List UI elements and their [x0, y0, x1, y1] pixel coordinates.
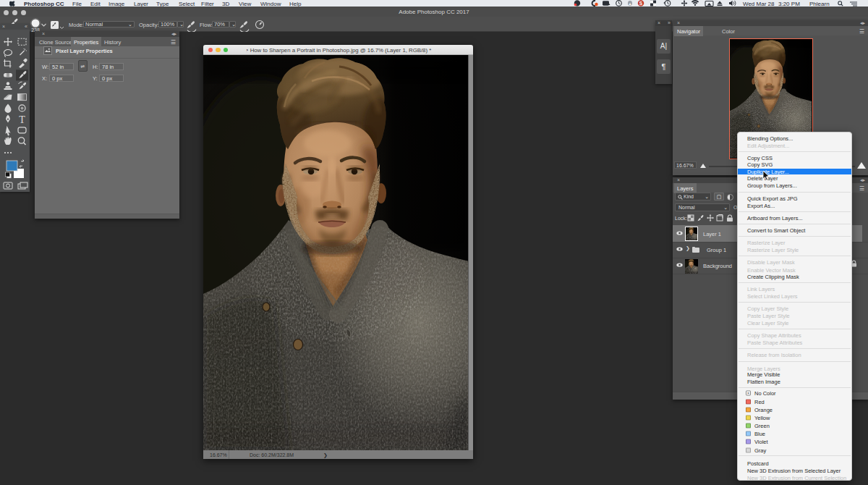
- svg-text:▲: ▲: [629, 1, 632, 6]
- svg-text:T: T: [19, 114, 25, 125]
- svg-text:S: S: [639, 1, 643, 6]
